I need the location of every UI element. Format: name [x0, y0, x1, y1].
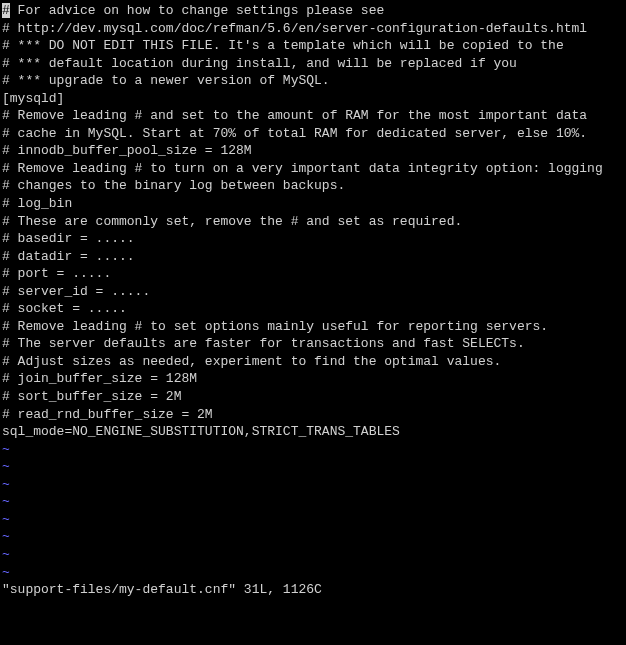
file-line: # For advice on how to change settings p…	[2, 2, 624, 20]
file-line: # basedir = .....	[2, 230, 624, 248]
file-line: # read_rnd_buffer_size = 2M	[2, 406, 624, 424]
empty-line-tilde: ~	[2, 458, 624, 476]
file-line: # changes to the binary log between back…	[2, 177, 624, 195]
empty-line-tilde: ~	[2, 546, 624, 564]
file-line: [mysqld]	[2, 90, 624, 108]
file-line: # The server defaults are faster for tra…	[2, 335, 624, 353]
file-line: # log_bin	[2, 195, 624, 213]
file-line: # join_buffer_size = 128M	[2, 370, 624, 388]
file-line: sql_mode=NO_ENGINE_SUBSTITUTION,STRICT_T…	[2, 423, 624, 441]
file-text: For advice on how to change settings ple…	[10, 3, 384, 18]
cursor: #	[2, 3, 10, 18]
file-line: # socket = .....	[2, 300, 624, 318]
file-line: # sort_buffer_size = 2M	[2, 388, 624, 406]
file-line: # These are commonly set, remove the # a…	[2, 213, 624, 231]
file-line: # datadir = .....	[2, 248, 624, 266]
file-line: # Adjust sizes as needed, experiment to …	[2, 353, 624, 371]
file-line: # server_id = .....	[2, 283, 624, 301]
empty-line-tilde: ~	[2, 528, 624, 546]
status-line: "support-files/my-default.cnf" 31L, 1126…	[2, 581, 624, 599]
editor-viewport[interactable]: # For advice on how to change settings p…	[2, 2, 624, 599]
file-line: # *** default location during install, a…	[2, 55, 624, 73]
empty-line-tilde: ~	[2, 564, 624, 582]
file-line: # http://dev.mysql.com/doc/refman/5.6/en…	[2, 20, 624, 38]
file-line: # port = .....	[2, 265, 624, 283]
empty-line-tilde: ~	[2, 511, 624, 529]
file-line: # Remove leading # to turn on a very imp…	[2, 160, 624, 178]
file-line: # *** upgrade to a newer version of MySQ…	[2, 72, 624, 90]
empty-line-tilde: ~	[2, 476, 624, 494]
file-line: # cache in MySQL. Start at 70% of total …	[2, 125, 624, 143]
empty-line-tilde: ~	[2, 493, 624, 511]
file-line: # Remove leading # and set to the amount…	[2, 107, 624, 125]
file-line: # innodb_buffer_pool_size = 128M	[2, 142, 624, 160]
file-line: # *** DO NOT EDIT THIS FILE. It's a temp…	[2, 37, 624, 55]
file-line: # Remove leading # to set options mainly…	[2, 318, 624, 336]
empty-line-tilde: ~	[2, 441, 624, 459]
